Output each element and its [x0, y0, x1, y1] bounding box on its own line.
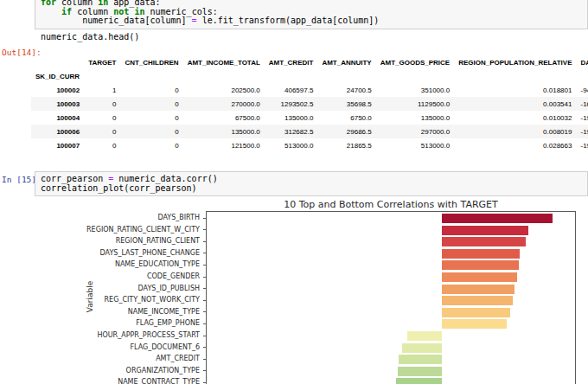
- table-cell: -946: [576, 83, 588, 97]
- y-tick-label: NAME_INCOME_TYPE: [128, 308, 200, 316]
- chart-title: 10 Top and Bottom Correlations with TARG…: [206, 199, 576, 210]
- table-cell: 67500.0: [183, 111, 265, 125]
- tick-mark: [203, 265, 206, 266]
- table-row: 10000700121500.0513000.021865.5513000.00…: [31, 138, 588, 152]
- table-cell: 1293502.5: [265, 97, 318, 111]
- code-line[interactable]: correlation_plot(corr_pearson): [41, 184, 582, 194]
- index-name-row: SK_ID_CURR: [31, 69, 588, 83]
- tick-mark: [203, 336, 206, 336]
- table-cell: 513000.0: [265, 138, 318, 152]
- chart-bar: [442, 214, 553, 223]
- tick-mark: [203, 382, 206, 383]
- table-cell: 29686.5: [317, 125, 375, 138]
- y-tick-label: DAYS_LAST_PHONE_CHANGE: [100, 249, 200, 257]
- y-tick-label: NAME_EDUCATION_TYPE: [115, 260, 200, 268]
- table-cell: 24700.5: [317, 83, 375, 97]
- chart-bar: [442, 226, 528, 235]
- table-cell: -1993: [576, 138, 588, 152]
- table-cell: 0: [120, 97, 182, 111]
- table-cell: 35698.5: [317, 97, 375, 111]
- table-cell: -1900: [576, 125, 588, 138]
- row-index: 100004: [31, 111, 84, 125]
- table-cell: -1904: [576, 111, 588, 125]
- code-line-head-call[interactable]: numeric_data.head(): [41, 32, 139, 42]
- column-header: CNT_CHILDREN: [120, 55, 182, 69]
- table-row: 10000600135000.0312682.529686.5297000.00…: [31, 125, 588, 138]
- y-tick-label: CODE_GENDER: [147, 272, 200, 280]
- table-row: 10000210202500.0406597.524700.5351000.00…: [31, 83, 588, 97]
- tick-mark: [203, 241, 206, 242]
- table-cell: 6750.0: [317, 111, 375, 125]
- tick-mark: [203, 218, 206, 219]
- jupyter-notebook-view: for column in app_data: if column not in…: [0, 0, 588, 384]
- column-header: AMT_CREDIT: [265, 55, 318, 69]
- table-cell: 0: [84, 97, 120, 111]
- table-cell: 0.010032: [454, 111, 576, 125]
- table-cell: 270000.0: [183, 97, 265, 111]
- table-cell: 121500.0: [183, 138, 265, 152]
- table-cell: 0.028663: [454, 138, 576, 152]
- y-tick-label: DAYS_BIRTH: [157, 214, 200, 221]
- y-tick-label: ORGANIZATION_TYPE: [126, 367, 200, 374]
- table-cell: 0.018801: [454, 83, 576, 97]
- table-cell: 513000.0: [376, 138, 454, 152]
- row-index: 100006: [31, 125, 84, 138]
- chart-y-axis-label: Variable: [86, 253, 96, 340]
- tick-mark: [203, 347, 206, 348]
- correlation-chart-output: 10 Top and Bottom Correlations with TARG…: [37, 198, 588, 384]
- table-cell: 0: [84, 111, 120, 125]
- column-header: DAYS_BIRTH: [576, 55, 588, 69]
- chart-bar: [442, 296, 513, 305]
- table-cell: 0: [84, 138, 120, 152]
- table-cell: 21865.5: [317, 138, 375, 152]
- code-cell-input-1[interactable]: for column in app_data: if column not in…: [35, 0, 588, 29]
- table-cell: 297000.0: [376, 125, 454, 138]
- table-cell: 0.008019: [454, 125, 576, 138]
- table-header-row: TARGETCNT_CHILDRENAMT_INCOME_TOTALAMT_CR…: [31, 55, 588, 69]
- y-tick-label: HOUR_APPR_PROCESS_START: [97, 331, 200, 339]
- code-cell-input-2[interactable]: corr_pearson = numeric_data.corr()correl…: [35, 171, 588, 196]
- tick-mark: [203, 370, 206, 371]
- table-cell: 0.003541: [454, 97, 576, 111]
- chart-bar: [399, 355, 441, 364]
- column-header: REGION_POPULATION_RELATIVE: [454, 55, 576, 69]
- y-tick-label: REGION_RATING_CLIENT_W_CITY: [86, 226, 200, 234]
- table-cell: 0: [120, 111, 182, 125]
- chart-bar: [442, 237, 526, 246]
- tick-mark: [203, 288, 206, 289]
- table-cell: 0: [120, 138, 182, 152]
- table-cell: 1: [84, 83, 120, 97]
- y-tick-label: FLAG_EMP_PHONE: [136, 319, 200, 327]
- table-cell: 202500.0: [183, 83, 265, 97]
- tick-mark: [203, 277, 206, 278]
- tick-mark: [203, 311, 206, 312]
- tick-mark: [203, 323, 206, 324]
- chart-bar: [442, 249, 521, 259]
- chart-bar: [407, 331, 442, 341]
- column-header: AMT_ANNUITY: [317, 55, 375, 69]
- column-header: TARGET: [84, 55, 120, 69]
- y-tick-label: REGION_RATING_CLIENT: [116, 237, 200, 245]
- chart-bar: [442, 319, 508, 329]
- tick-mark: [203, 359, 206, 360]
- row-index: 100002: [31, 83, 84, 97]
- y-tick-label: NAME_CONTRACT_TYPE: [118, 378, 200, 384]
- table-cell: 135000.0: [183, 125, 265, 138]
- chart-bar: [398, 367, 442, 376]
- table-cell: -1676: [576, 97, 588, 111]
- y-tick-label: DAYS_ID_PUBLISH: [138, 285, 200, 292]
- column-header: AMT_INCOME_TOTAL: [183, 55, 265, 69]
- index-name: SK_ID_CURR: [31, 69, 84, 83]
- table-cell: 135000.0: [376, 111, 454, 125]
- table-cell: 0: [84, 125, 120, 138]
- table-cell: 351000.0: [376, 83, 454, 97]
- chart-bar: [442, 285, 514, 294]
- tick-mark: [203, 229, 206, 230]
- table-cell: 0: [120, 83, 182, 97]
- code-line[interactable]: numeric_data[column] = le.fit_transform(…: [41, 16, 582, 26]
- table-cell: 0: [120, 125, 182, 138]
- table-cell: 1129500.0: [376, 97, 454, 111]
- y-tick-label: REG_CITY_NOT_WORK_CITY: [105, 296, 200, 304]
- chart-bar: [442, 308, 510, 317]
- chart-bar: [396, 378, 442, 384]
